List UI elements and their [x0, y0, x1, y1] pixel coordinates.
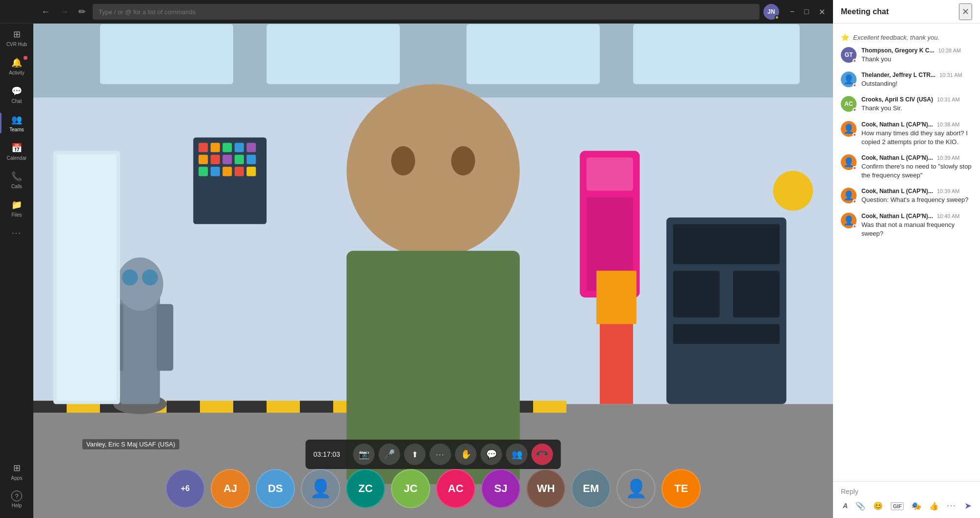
participant-strip: +6 AJ DS 👤 ZC JC AC SJ	[33, 469, 833, 508]
participant-te[interactable]: TE	[662, 469, 701, 508]
message-header: Thompson, Gregory K C... 10:28 AM	[861, 47, 972, 54]
svg-rect-25	[211, 143, 220, 152]
help-icon: ?	[11, 491, 22, 501]
raise-hand-button[interactable]: ✋	[455, 444, 477, 465]
reply-label[interactable]: Reply	[841, 488, 972, 495]
svg-rect-27	[235, 143, 244, 152]
sidebar-item-apps[interactable]: ⊞ Apps	[0, 457, 33, 486]
participant-p11[interactable]: 👤	[616, 469, 656, 508]
sidebar-item-cvr-hub[interactable]: ⊞ CVR Hub	[0, 24, 33, 52]
more-options-chat-button[interactable]: ···	[945, 500, 958, 511]
call-timer: 03:17:03	[314, 450, 345, 458]
participant-jc[interactable]: JC	[391, 469, 430, 508]
teams-icon: 👥	[11, 114, 23, 125]
chat-message[interactable]: 👤 Cook, Nathan L (CAP'N)... 10:38 AM How…	[833, 117, 980, 150]
chat-message[interactable]: AC Crooks, April S CIV (USA) 10:31 AM Th…	[833, 92, 980, 117]
close-button[interactable]: ✕	[816, 6, 828, 18]
sidebar: ⊞ CVR Hub 🔔 Activity 💬 Chat 👥 Teams 📅 Ca…	[0, 0, 33, 518]
participants-button[interactable]: 👥	[506, 444, 528, 465]
nav-forward-button[interactable]: →	[57, 5, 72, 19]
sidebar-item-teams[interactable]: 👥 Teams	[0, 109, 33, 137]
message-content: Cook, Nathan L (CAP'N)... 10:38 AM How m…	[861, 121, 972, 147]
chat-message[interactable]: GT Thompson, Gregory K C... 10:28 AM Tha…	[833, 43, 980, 68]
message-header: Thelander, Jeffrey L CTR... 10:31 AM	[861, 72, 972, 78]
attach-file-button[interactable]: 📎	[854, 500, 867, 512]
participant-wh[interactable]: WH	[526, 469, 565, 508]
people-icon: 👥	[512, 449, 522, 460]
svg-rect-42	[673, 224, 780, 264]
sidebar-item-help[interactable]: ? Help	[0, 486, 33, 513]
svg-rect-10	[167, 401, 200, 413]
sidebar-item-calls[interactable]: 📞 Calls	[0, 166, 33, 194]
chat-message[interactable]: 👤 Thelander, Jeffrey L CTR... 10:31 AM O…	[833, 68, 980, 92]
online-indicator	[853, 166, 857, 170]
more-options-button[interactable]: ···	[430, 444, 451, 465]
avatar: 👤	[841, 188, 857, 203]
camera-button[interactable]: 📷	[353, 444, 375, 465]
participant-ac[interactable]: AC	[436, 469, 475, 508]
more-participants[interactable]: +6	[166, 469, 205, 508]
star-icon: ⭐	[841, 33, 849, 41]
share-button[interactable]: ⬆	[404, 444, 426, 465]
svg-rect-34	[198, 167, 208, 176]
participant-em[interactable]: EM	[571, 469, 611, 508]
end-call-button[interactable]: 📞	[532, 444, 553, 465]
sticker-icon: 🎭	[911, 502, 921, 510]
sidebar-item-files[interactable]: 📁 Files	[0, 194, 33, 222]
message-header: Cook, Nathan L (CAP'N)... 10:38 AM	[861, 121, 972, 128]
online-indicator	[853, 224, 857, 228]
video-area: Vanley, Eric S Maj USAF (USA) 03:17:03 📷…	[33, 24, 833, 518]
svg-rect-5	[633, 24, 800, 84]
chat-close-button[interactable]: ✕	[959, 3, 972, 20]
meeting-chat-button[interactable]: 💬	[481, 444, 502, 465]
hand-icon: ✋	[461, 449, 471, 460]
emoji-icon: 😊	[873, 502, 883, 510]
gif-button[interactable]: GIF	[889, 500, 906, 511]
sidebar-item-calendar[interactable]: 📅 Calendar	[0, 137, 33, 166]
minimize-button[interactable]: −	[787, 6, 797, 18]
user-avatar[interactable]: JN	[763, 4, 779, 20]
avatar: 👤	[841, 72, 857, 87]
chat-message[interactable]: 👤 Cook, Nathan L (CAP'N)... 10:39 AM Que…	[833, 184, 980, 208]
svg-rect-36	[222, 167, 232, 176]
window-controls: − □ ✕	[787, 6, 828, 18]
gif-icon: GIF	[891, 502, 904, 510]
chat-message[interactable]: 👤 Cook, Nathan L (CAP'N)... 10:39 AM Con…	[833, 150, 980, 184]
more-icon: ···	[436, 450, 445, 458]
nav-back-button[interactable]: ←	[38, 5, 53, 19]
chat-icon: 💬	[11, 85, 23, 97]
participant-aj[interactable]: AJ	[211, 469, 250, 508]
sidebar-item-more[interactable]: ···	[0, 222, 33, 244]
calendar-icon: 📅	[11, 142, 23, 154]
svg-point-54	[391, 146, 415, 175]
grid-icon: ⊞	[11, 28, 23, 40]
chat-toolbar: A 📎 😊 GIF 🎭 👍 ··· ➤	[841, 499, 972, 512]
svg-rect-2	[100, 24, 233, 84]
mic-icon: 🎤	[384, 449, 395, 460]
svg-rect-38	[246, 167, 256, 176]
sidebar-item-label: Apps	[11, 475, 23, 481]
message-content: Cook, Nathan L (CAP'N)... 10:40 AM Was t…	[861, 213, 972, 238]
svg-point-49	[773, 171, 813, 211]
participant-sj[interactable]: SJ	[481, 469, 520, 508]
sticker-button[interactable]: 🎭	[909, 500, 923, 512]
compose-icon[interactable]: ✏	[75, 4, 89, 19]
send-message-button[interactable]: ➤	[962, 499, 974, 512]
like-button[interactable]: 👍	[927, 500, 941, 512]
chat-message[interactable]: 👤 Cook, Nathan L (CAP'N)... 10:40 AM Was…	[833, 209, 980, 242]
online-indicator	[853, 133, 857, 137]
participant-p4[interactable]: 👤	[301, 469, 340, 508]
share-icon: ⬆	[412, 450, 418, 459]
sidebar-item-label: Chat	[11, 99, 22, 104]
chat-bubble-icon: 💬	[486, 449, 497, 460]
mute-button[interactable]: 🎤	[379, 444, 400, 465]
svg-rect-19	[157, 304, 173, 371]
format-text-button[interactable]: A	[841, 500, 850, 511]
participant-zc[interactable]: ZC	[346, 469, 385, 508]
sidebar-item-activity[interactable]: 🔔 Activity	[0, 52, 33, 80]
maximize-button[interactable]: □	[801, 6, 812, 18]
command-input[interactable]	[93, 4, 760, 20]
emoji-button[interactable]: 😊	[871, 500, 885, 512]
participant-ds[interactable]: DS	[256, 469, 295, 508]
sidebar-item-chat[interactable]: 💬 Chat	[0, 80, 33, 109]
